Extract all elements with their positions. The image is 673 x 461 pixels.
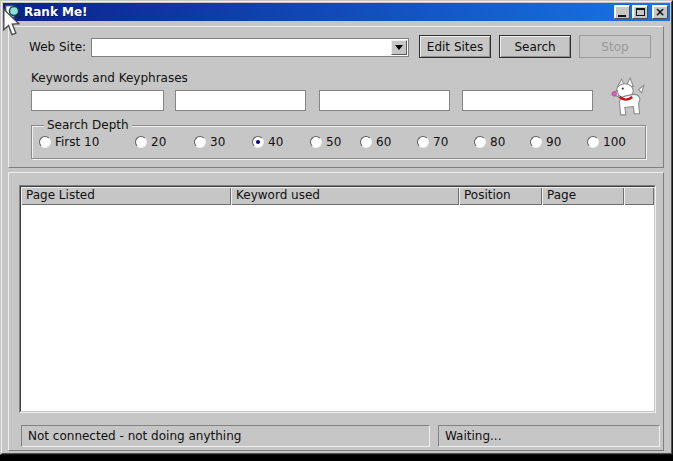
radio-depth-30[interactable]: 30	[194, 135, 225, 149]
search-button[interactable]: Search	[499, 35, 571, 58]
keyword-field-2[interactable]	[175, 90, 306, 111]
status-activity: Waiting...	[438, 425, 660, 447]
window-title: Rank Me!	[24, 4, 612, 20]
radio-icon	[194, 136, 206, 148]
results-header-row: Page Listed Keyword used Position Page	[21, 187, 654, 205]
radio-depth-90[interactable]: 90	[530, 135, 561, 149]
keywords-label: Keywords and Keyphrases	[31, 71, 188, 85]
radio-icon	[135, 136, 147, 148]
close-button[interactable]: ×	[652, 5, 668, 19]
radio-depth-20[interactable]: 20	[135, 135, 166, 149]
keyword-field-1[interactable]	[31, 90, 164, 111]
maximize-button[interactable]	[632, 5, 648, 19]
column-header-keyword-used[interactable]: Keyword used	[231, 187, 459, 205]
radio-depth-40[interactable]: 40	[252, 135, 283, 149]
minimize-button[interactable]	[614, 5, 630, 19]
radio-label: First 10	[55, 135, 99, 149]
radio-icon	[474, 136, 486, 148]
column-header-page[interactable]: Page	[542, 187, 624, 205]
radio-label: 40	[268, 135, 283, 149]
results-listview: Page Listed Keyword used Position Page	[19, 185, 656, 413]
combo-dropdown-button[interactable]	[391, 40, 407, 55]
keyword-field-3[interactable]	[319, 90, 450, 111]
edit-sites-button[interactable]: Edit Sites	[419, 35, 491, 58]
column-header-position[interactable]: Position	[459, 187, 542, 205]
results-panel: Page Listed Keyword used Position Page N…	[8, 172, 664, 451]
radio-selected-icon	[252, 136, 264, 148]
radio-depth-first-10[interactable]: First 10	[39, 135, 99, 149]
app-window: Rank Me! × Web Site: Edi	[0, 0, 673, 455]
close-icon: ×	[655, 7, 665, 17]
radio-icon	[39, 136, 51, 148]
column-header-page-listed[interactable]: Page Listed	[21, 187, 231, 205]
client-area: Web Site: Edit Sites Search Stop Keyword…	[3, 21, 670, 452]
magnifier-app-icon[interactable]	[5, 4, 21, 20]
radio-label: 20	[151, 135, 166, 149]
keyword-field-4[interactable]	[462, 90, 593, 111]
radio-icon	[417, 136, 429, 148]
radio-label: 60	[376, 135, 391, 149]
web-site-input[interactable]	[92, 39, 390, 56]
maximize-icon	[636, 8, 645, 16]
web-site-label: Web Site:	[29, 40, 86, 54]
status-message: Not connected - not doing anything	[21, 425, 430, 447]
stop-button[interactable]: Stop	[579, 35, 651, 58]
radio-icon	[530, 136, 542, 148]
radio-label: 100	[603, 135, 626, 149]
radio-icon	[310, 136, 322, 148]
results-list-body	[21, 205, 654, 411]
radio-label: 80	[490, 135, 505, 149]
radio-depth-60[interactable]: 60	[360, 135, 391, 149]
titlebar[interactable]: Rank Me! ×	[3, 3, 670, 21]
dog-mascot-icon	[611, 77, 645, 117]
radio-depth-100[interactable]: 100	[587, 135, 626, 149]
column-header-stub	[624, 187, 654, 205]
web-site-combobox[interactable]	[91, 38, 409, 57]
radio-depth-70[interactable]: 70	[417, 135, 448, 149]
radio-icon	[360, 136, 372, 148]
chevron-down-icon	[395, 45, 403, 54]
radio-label: 90	[546, 135, 561, 149]
controls-panel: Web Site: Edit Sites Search Stop Keyword…	[8, 26, 664, 168]
radio-icon	[587, 136, 599, 148]
minimize-icon	[618, 15, 626, 17]
radio-label: 70	[433, 135, 448, 149]
radio-depth-50[interactable]: 50	[310, 135, 341, 149]
radio-depth-80[interactable]: 80	[474, 135, 505, 149]
radio-label: 50	[326, 135, 341, 149]
search-depth-group: Search Depth First 10 20 30 40 50 60 70 …	[31, 125, 646, 159]
search-depth-label: Search Depth	[44, 118, 132, 132]
radio-label: 30	[210, 135, 225, 149]
